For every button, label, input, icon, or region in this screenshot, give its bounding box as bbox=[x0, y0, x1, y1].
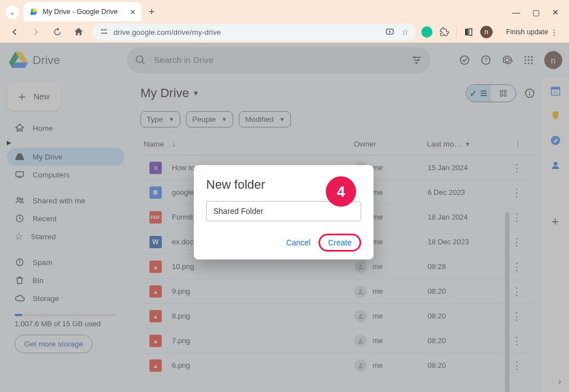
extensions-icon[interactable] bbox=[439, 27, 449, 37]
install-app-icon[interactable] bbox=[385, 27, 395, 37]
svg-rect-8 bbox=[465, 29, 468, 35]
svg-rect-4 bbox=[103, 29, 107, 30]
svg-point-3 bbox=[101, 29, 103, 30]
address-bar[interactable]: drive.google.com/drive/my-drive ☆ bbox=[92, 24, 416, 40]
finish-update-button[interactable]: Finish update⋮ bbox=[499, 26, 562, 39]
window-close-icon[interactable]: ✕ bbox=[552, 8, 559, 17]
create-button[interactable]: Create bbox=[318, 234, 361, 252]
forward-button[interactable] bbox=[28, 24, 44, 40]
home-button[interactable] bbox=[71, 24, 87, 40]
svg-rect-6 bbox=[101, 33, 105, 34]
window-maximize-icon[interactable]: ▢ bbox=[532, 8, 540, 17]
browser-chrome: ⌄ My Drive - Google Drive ✕ + — ▢ ✕ driv… bbox=[0, 0, 569, 43]
browser-tab[interactable]: My Drive - Google Drive ✕ bbox=[24, 2, 142, 21]
cancel-button[interactable]: Cancel bbox=[280, 235, 316, 250]
svg-point-5 bbox=[105, 32, 107, 34]
new-tab-button[interactable]: + bbox=[144, 6, 160, 21]
svg-rect-9 bbox=[469, 29, 472, 35]
grammarly-ext-icon[interactable] bbox=[421, 26, 433, 38]
reader-icon[interactable] bbox=[463, 27, 474, 37]
url-text: drive.google.com/drive/my-drive bbox=[113, 28, 221, 37]
annotation-badge: 4 bbox=[326, 176, 356, 207]
bookmark-icon[interactable]: ☆ bbox=[402, 28, 409, 37]
drive-favicon bbox=[29, 7, 38, 16]
site-settings-icon[interactable] bbox=[99, 26, 109, 38]
browser-profile-avatar[interactable]: n bbox=[480, 26, 493, 38]
tab-close-icon[interactable]: ✕ bbox=[130, 8, 136, 16]
window-minimize-icon[interactable]: — bbox=[512, 8, 520, 17]
reload-button[interactable] bbox=[49, 24, 65, 40]
tab-list-toggle[interactable]: ⌄ bbox=[6, 6, 19, 19]
finish-update-label: Finish update bbox=[506, 28, 548, 36]
tab-title: My Drive - Google Drive bbox=[43, 8, 117, 16]
back-button[interactable] bbox=[7, 24, 22, 40]
